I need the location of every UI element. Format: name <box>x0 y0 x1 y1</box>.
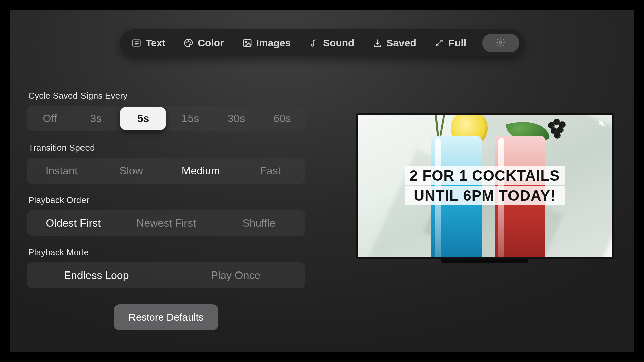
tab-settings[interactable] <box>482 34 519 52</box>
transition-segmented: Instant Slow Medium Fast <box>27 158 305 184</box>
cycle-option-5s[interactable]: 5s <box>120 107 166 130</box>
cycle-segmented: Off 3s 5s 15s 30s 60s <box>27 106 305 131</box>
expand-icon <box>434 38 444 48</box>
tab-label: Images <box>256 37 291 49</box>
monitor-stand <box>441 259 528 263</box>
svg-point-10 <box>499 41 502 44</box>
tab-color[interactable]: Color <box>183 37 224 49</box>
app-stage: Text Color Images Sound Saved <box>10 10 634 352</box>
preview-monitor: 2 FOR 1 COCKTAILS UNTIL 6PM TODAY! <box>356 113 614 259</box>
top-toolbar: Text Color Images Sound Saved <box>120 29 524 56</box>
transition-label: Transition Speed <box>28 143 305 153</box>
order-segmented: Oldest First Newest First Shuffle <box>27 210 305 236</box>
transition-option-medium[interactable]: Medium <box>166 158 236 184</box>
gear-icon <box>496 37 506 49</box>
mode-segmented: Endless Loop Play Once <box>27 262 305 288</box>
transition-option-fast[interactable]: Fast <box>236 158 306 184</box>
cycle-option-3s[interactable]: 3s <box>73 106 119 131</box>
cycle-option-15s[interactable]: 15s <box>167 106 213 131</box>
palette-icon <box>183 38 194 48</box>
order-option-shuffle[interactable]: Shuffle <box>212 210 305 236</box>
transition-option-instant[interactable]: Instant <box>27 158 97 184</box>
preview-line-2: UNTIL 6PM TODAY! <box>405 186 565 205</box>
tab-label: Saved <box>386 37 416 49</box>
svg-point-6 <box>190 42 191 43</box>
order-option-newest[interactable]: Newest First <box>120 210 213 236</box>
cycle-label: Cycle Saved Signs Every <box>28 90 305 101</box>
tab-sound[interactable]: Sound <box>309 37 354 49</box>
cycle-option-30s[interactable]: 30s <box>213 106 259 131</box>
tab-label: Color <box>198 37 224 49</box>
mute-icon <box>598 119 607 128</box>
tab-text[interactable]: Text <box>131 37 165 49</box>
tab-images[interactable]: Images <box>242 37 291 49</box>
preview-screen: 2 FOR 1 COCKTAILS UNTIL 6PM TODAY! <box>358 115 612 257</box>
svg-rect-7 <box>243 40 251 46</box>
download-icon <box>372 38 382 48</box>
tab-label: Text <box>146 37 165 49</box>
order-label: Playback Order <box>28 195 305 205</box>
tab-label: Sound <box>323 37 354 49</box>
music-note-icon <box>309 38 319 48</box>
mode-option-once[interactable]: Play Once <box>166 262 305 288</box>
tab-full[interactable]: Full <box>434 37 466 49</box>
tab-label: Full <box>448 37 466 49</box>
mode-label: Playback Mode <box>28 247 305 258</box>
preview-text-overlay: 2 FOR 1 COCKTAILS UNTIL 6PM TODAY! <box>405 166 565 205</box>
text-icon <box>131 38 142 48</box>
image-icon <box>242 38 252 48</box>
mode-option-loop[interactable]: Endless Loop <box>27 262 166 288</box>
cycle-option-60s[interactable]: 60s <box>259 106 305 131</box>
restore-defaults-button[interactable]: Restore Defaults <box>114 304 218 330</box>
svg-point-4 <box>186 42 187 43</box>
order-option-oldest[interactable]: Oldest First <box>27 210 120 236</box>
transition-option-slow[interactable]: Slow <box>97 158 166 184</box>
blackberry-icon <box>548 119 570 140</box>
preview-line-1: 2 FOR 1 COCKTAILS <box>405 166 565 185</box>
settings-panel: Cycle Saved Signs Every Off 3s 5s 15s 30… <box>27 90 305 330</box>
cycle-option-off[interactable]: Off <box>27 106 73 131</box>
svg-point-8 <box>245 41 247 43</box>
tab-saved[interactable]: Saved <box>372 37 416 49</box>
svg-point-5 <box>188 41 189 42</box>
svg-point-9 <box>311 44 314 46</box>
